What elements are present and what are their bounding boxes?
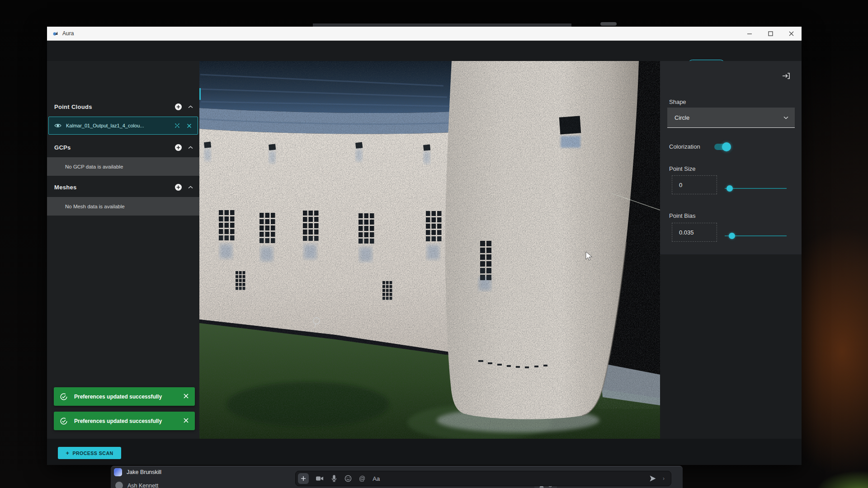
titlebar[interactable]: Aura <box>47 27 802 41</box>
check-circle-icon <box>60 417 68 425</box>
remove-item-icon[interactable] <box>187 123 192 128</box>
collapse-chevron-icon[interactable] <box>188 186 193 189</box>
chat-member-row[interactable]: Ash Kennett <box>115 482 158 488</box>
section-gcps: GCPs <box>47 141 199 153</box>
plus-icon: + <box>66 450 69 456</box>
process-scan-label: PROCESS SCAN <box>73 450 113 456</box>
expand-chevron-icon[interactable]: › <box>663 475 665 482</box>
emoji-icon[interactable] <box>344 475 352 482</box>
send-message-icon[interactable] <box>649 475 656 482</box>
mesh-empty-state: No Mesh data is available <box>47 197 199 216</box>
point-size-label: Point Size <box>669 165 696 172</box>
visibility-eye-icon[interactable] <box>54 123 61 128</box>
empty-state-text: No Mesh data is available <box>65 204 125 209</box>
shape-dropdown-value: Circle <box>675 114 689 121</box>
toast-notification: Preferences updated successfully <box>54 412 195 430</box>
app-logo-icon <box>52 30 59 37</box>
process-scan-button[interactable]: + PROCESS SCAN <box>58 447 121 459</box>
avatar <box>114 468 122 476</box>
toast-message: Preferences updated successfully <box>74 394 162 400</box>
point-cloud-viewport[interactable] <box>199 61 660 439</box>
member-name: Jake Brunskill <box>127 469 161 475</box>
add-point-cloud-button[interactable] <box>175 103 182 111</box>
add-gcp-button[interactable] <box>175 144 182 151</box>
shape-dropdown[interactable]: Circle <box>667 108 795 128</box>
gcp-empty-state: No GCP data is available <box>47 157 199 176</box>
scene-sidebar: Point Clouds Kalmar_01_Output_laz1_4_col… <box>47 61 199 439</box>
mention-at-icon[interactable]: @ <box>359 475 365 482</box>
video-camera-icon[interactable] <box>316 475 324 482</box>
toast-notification: Preferences updated successfully <box>54 387 195 406</box>
focus-item-icon[interactable] <box>174 122 180 129</box>
point-bias-slider[interactable] <box>725 235 787 236</box>
collapse-panel-icon[interactable] <box>782 72 791 80</box>
aura-app-window: Aura <box>47 27 802 465</box>
colorization-toggle[interactable] <box>714 144 730 150</box>
toggle-thumb <box>722 142 731 151</box>
toast-message: Preferences updated successfully <box>74 418 162 424</box>
collapse-chevron-icon[interactable] <box>188 105 193 108</box>
section-title: GCPs <box>54 144 71 151</box>
point-cloud-item-selected[interactable]: Kalmar_01_Output_laz1_4_colou... <box>48 117 198 135</box>
chat-member-row[interactable]: Jake Brunskill <box>114 468 161 476</box>
chat-overlay-window: Jake Brunskill Ash Kennett @ Aa <box>111 466 683 488</box>
main-toolbar: DBD SOR LICENSE Version: INTERNAL_Rel... <box>47 41 802 61</box>
minimize-button[interactable] <box>739 27 760 41</box>
section-meshes: Meshes <box>47 181 199 193</box>
section-point-clouds: Point Clouds <box>47 101 199 113</box>
viewport-edge-marker <box>199 88 201 100</box>
point-size-slider-thumb[interactable] <box>726 185 733 192</box>
point-cloud-name: Kalmar_01_Output_laz1_4_colou... <box>66 123 171 128</box>
point-bias-slider-thumb[interactable] <box>729 233 735 239</box>
attach-plus-button[interactable] <box>298 473 309 484</box>
text-format-icon[interactable]: Aa <box>373 475 380 482</box>
bottom-action-bar: + PROCESS SCAN <box>47 439 802 465</box>
chat-message-input[interactable]: @ Aa › <box>295 471 671 486</box>
shape-label: Shape <box>669 99 686 105</box>
background-window-tab <box>600 22 617 26</box>
member-name: Ash Kennett <box>127 483 158 488</box>
add-mesh-button[interactable] <box>175 183 182 191</box>
point-bias-input[interactable] <box>672 223 717 242</box>
render-settings-panel: Shape Circle Colorization Point Size Poi… <box>660 61 802 439</box>
section-title: Point Clouds <box>54 103 92 110</box>
toast-close-icon[interactable] <box>183 393 189 399</box>
desktop-wallpaper: Aura <box>0 0 868 488</box>
avatar <box>115 482 123 488</box>
maximize-button[interactable] <box>760 27 781 41</box>
point-bias-label: Point Bias <box>669 212 696 219</box>
section-title: Meshes <box>54 184 77 191</box>
window-title: Aura <box>62 30 74 37</box>
toast-close-icon[interactable] <box>183 418 189 423</box>
chevron-down-icon <box>783 116 788 119</box>
colorization-label: Colorization <box>669 143 700 150</box>
microphone-icon[interactable] <box>331 475 337 482</box>
empty-state-text: No GCP data is available <box>65 164 123 169</box>
point-size-slider[interactable] <box>725 188 787 189</box>
check-circle-icon <box>60 393 68 401</box>
close-button[interactable] <box>781 27 802 41</box>
point-size-input[interactable] <box>672 175 717 194</box>
collapse-chevron-icon[interactable] <box>188 146 193 149</box>
